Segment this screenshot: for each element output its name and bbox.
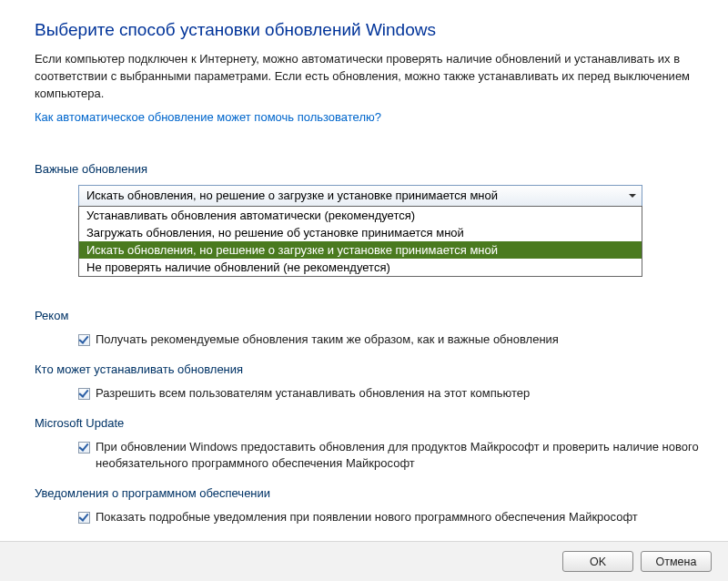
ok-button[interactable]: OK	[562, 551, 633, 572]
dropdown-option-never[interactable]: Не проверять наличие обновлений (не реко…	[79, 259, 642, 276]
important-updates-dropdown[interactable]: Искать обновления, но решение о загрузке…	[78, 185, 642, 207]
dialog-footer: OK Отмена	[0, 541, 728, 581]
who-checkbox[interactable]	[78, 388, 90, 400]
intro-text: Если компьютер подключен к Интернету, мо…	[35, 51, 703, 103]
section-recommended-title: Реком	[35, 309, 703, 322]
cancel-button[interactable]: Отмена	[641, 551, 712, 572]
dropdown-selected-label: Искать обновления, но решение о загрузке…	[86, 189, 498, 202]
section-important-title: Важные обновления	[35, 162, 703, 176]
chevron-down-icon	[629, 194, 636, 198]
section-notifications-title: Уведомления о программном обеспечении	[35, 486, 703, 500]
dropdown-option-check[interactable]: Искать обновления, но решение о загрузке…	[79, 241, 642, 259]
help-link[interactable]: Как автоматическое обновление может помо…	[35, 110, 381, 124]
dropdown-list: Устанавливать обновления автоматически (…	[78, 206, 642, 277]
dropdown-option-auto[interactable]: Устанавливать обновления автоматически (…	[79, 207, 642, 224]
section-who-title: Кто может устанавливать обновления	[35, 362, 703, 376]
who-checkbox-label: Разрешить всем пользователям устанавлива…	[96, 385, 703, 402]
msupdate-checkbox-label: При обновлении Windows предоставить обно…	[96, 439, 703, 472]
notifications-checkbox[interactable]	[78, 512, 90, 524]
section-msupdate-title: Microsoft Update	[35, 416, 703, 430]
notifications-checkbox-label: Показать подробные уведомления при появл…	[96, 509, 703, 525]
dropdown-option-download[interactable]: Загружать обновления, но решение об уста…	[79, 224, 642, 241]
page-title: Выберите способ установки обновлений Win…	[35, 20, 703, 40]
msupdate-checkbox[interactable]	[78, 442, 90, 454]
recommended-checkbox[interactable]	[78, 334, 90, 346]
recommended-checkbox-label: Получать рекомендуемые обновления таким …	[96, 331, 703, 348]
